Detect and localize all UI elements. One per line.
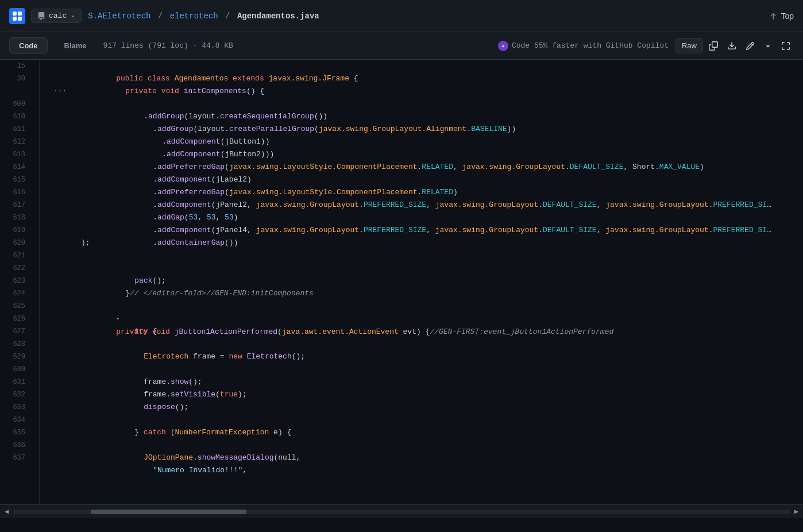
line-numbers: 15 30 609 610 611 612 613 614 615 616 61…	[0, 60, 40, 504]
edit-button[interactable]	[742, 39, 758, 53]
code-line-625: ▾ private void jButton1ActionPerformed(j…	[49, 300, 794, 313]
repo-selector-label: calc	[49, 11, 67, 20]
breadcrumb: S.AEletrotech / eletrotech / Agendamento…	[88, 11, 319, 21]
code-line-15: public class Agendamentos extends javax.…	[49, 60, 794, 72]
tab-code[interactable]: Code	[9, 37, 48, 54]
fullscreen-button[interactable]	[778, 39, 794, 53]
code-line-637: "Numero Invalido!!!",	[49, 452, 794, 464]
scroll-right-arrow[interactable]: ▶	[794, 507, 798, 516]
svg-rect-3	[18, 17, 22, 21]
breadcrumb-file: Agendamentos.java	[237, 11, 319, 21]
repo-selector[interactable]: calc	[31, 9, 82, 23]
breadcrumb-sep2: /	[225, 11, 230, 21]
breadcrumb-sep1: /	[158, 11, 163, 21]
toolbar: Code Blame 917 lines (791 loc) · 44.8 KB…	[0, 32, 803, 60]
copilot-icon: ✦	[498, 41, 508, 51]
code-line-622: pack();	[49, 262, 794, 275]
code-area: 15 30 609 610 611 612 613 614 615 616 61…	[0, 60, 803, 518]
code-line-30: private void initComponents() {	[49, 72, 794, 85]
app-icon	[9, 8, 25, 24]
scroll-left-arrow[interactable]: ◀	[5, 507, 9, 516]
breadcrumb-owner[interactable]: S.AEletrotech	[88, 11, 150, 21]
scroll-thumb[interactable]	[91, 510, 246, 514]
code-line-631: frame.setVisible(true);	[49, 376, 794, 388]
code-line-618: .addComponent(jPanel4, javax.swing.Group…	[49, 211, 794, 224]
file-info: 917 lines (791 loc) · 44.8 KB	[103, 41, 491, 50]
top-bar-left: calc S.AEletrotech / eletrotech / Agenda…	[9, 8, 762, 24]
more-button[interactable]	[760, 40, 775, 52]
code-line-613: .addPreferredGap(javax.swing.LayoutStyle…	[49, 148, 794, 161]
code-line-636: JOptionPane.showMessageDialog(null,	[49, 439, 794, 452]
top-bar: calc S.AEletrotech / eletrotech / Agenda…	[0, 0, 803, 32]
code-line-630: frame.show();	[49, 363, 794, 376]
code-line-623: }// </editor-fold>//GEN-END:initComponen…	[49, 275, 794, 287]
copilot-badge: ✦ Code 55% faster with GitHub Copilot	[498, 41, 669, 51]
toolbar-actions: Raw	[675, 38, 794, 53]
svg-rect-1	[18, 11, 22, 16]
raw-button[interactable]: Raw	[675, 38, 703, 53]
breadcrumb-repo[interactable]: eletrotech	[170, 11, 218, 21]
copy-button[interactable]	[705, 39, 721, 53]
code-line-609: .addGroup(layout.createSequentialGroup()…	[49, 98, 794, 110]
code-line-632: dispose();	[49, 388, 794, 401]
svg-rect-2	[13, 17, 17, 21]
code-line-610: .addGroup(layout.createParallelGroup(jav…	[49, 110, 794, 123]
code-content: public class Agendamentos extends javax.…	[40, 60, 803, 504]
download-button[interactable]	[724, 39, 740, 53]
svg-rect-0	[13, 11, 17, 16]
tab-blame[interactable]: Blame	[55, 37, 96, 54]
scrollbar-area: ◀ ▶	[0, 504, 803, 518]
top-button[interactable]: Top	[769, 11, 794, 21]
top-button-label: Top	[781, 11, 794, 21]
scroll-track[interactable]	[13, 510, 790, 514]
copilot-text: Code 55% faster with GitHub Copilot	[512, 41, 669, 50]
code-line-616: .addComponent(jPanel2, javax.swing.Group…	[49, 186, 794, 199]
code-line-634: } catch (NumberFormatException e) {	[49, 414, 794, 426]
